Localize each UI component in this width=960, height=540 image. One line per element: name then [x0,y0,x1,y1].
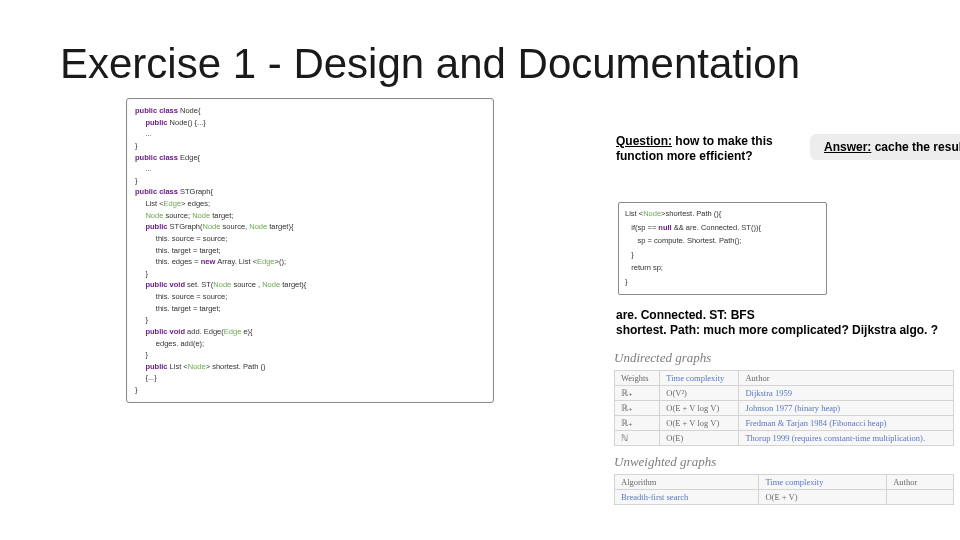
slide: Exercise 1 - Design and Documentation pu… [0,0,960,540]
code-left: public class Node{ public Node() {...} .… [126,98,494,403]
table-undirected: Weights Time complexity Author ℝ₊O(V²)Di… [614,370,954,446]
code-right: List <Node>shortest. Path (){ if(sp == n… [618,202,827,295]
page-title: Exercise 1 - Design and Documentation [60,40,912,88]
table2-caption: Unweighted graphs [614,454,960,470]
answer-pill: Answer: cache the results. [810,134,960,160]
algo-tables: Undirected graphs Weights Time complexit… [614,348,960,505]
table-unweighted: Algorithm Time complexity Author Breadth… [614,474,954,505]
note-block: are. Connected. ST: BFS shortest. Path: … [616,308,946,338]
question-text: Question: how to make this function more… [616,134,796,164]
table1-caption: Undirected graphs [614,350,960,366]
